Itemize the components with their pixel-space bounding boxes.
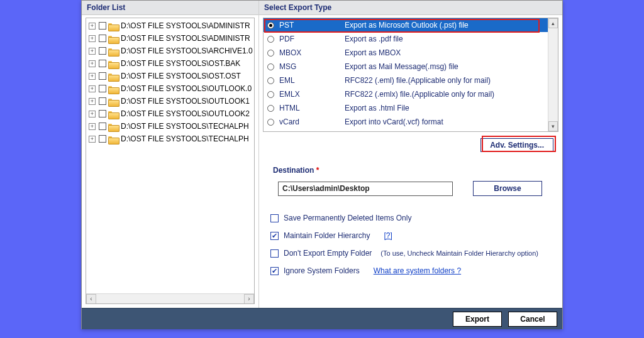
folder-checkbox[interactable] [99,85,106,92]
expand-icon[interactable]: + [89,35,96,42]
export-format-row[interactable]: MSGExport as Mail Message(.msg) file [264,60,548,74]
folder-tree-item[interactable]: +D:\OST FILE SYSTOOLS\ADMINISTR [86,32,254,45]
folder-tree-item[interactable]: +D:\OST FILE SYSTOOLS\OUTLOOK1 [86,95,254,107]
export-format-radio[interactable] [267,77,274,84]
checkbox-ignore-system[interactable] [270,267,279,275]
folder-path: D:\OST FILE SYSTOOLS\OUTLOOK.0 [121,84,252,93]
export-format-row[interactable]: PSTExport as Microsoft Outlook (.pst) fi… [264,18,548,32]
folder-icon [108,72,118,80]
folder-tree-item[interactable]: +D:\OST FILE SYSTOOLS\ARCHIVE1.0 [86,45,254,57]
folder-checkbox[interactable] [99,135,106,143]
advanced-settings-button[interactable]: Adv. Settings... [480,138,553,152]
folder-tree-item[interactable]: +D:\OST FILE SYSTOOLS\OUTLOOK2 [86,107,254,120]
scroll-left-icon[interactable]: ‹ [86,294,96,304]
export-format-name: PST [279,21,345,30]
folder-tree-hscrollbar[interactable]: ‹ › [86,293,254,303]
label-maintain-hierarchy: Maintain Folder Hierarchy [284,231,370,240]
link-system-folders-help[interactable]: What are system folders ? [374,266,461,275]
folder-checkbox[interactable] [99,22,106,30]
folder-tree[interactable]: +D:\OST FILE SYSTOOLS\ADMINISTR+D:\OST F… [86,18,255,304]
destination-input[interactable] [278,182,453,196]
export-format-name: vCard [279,117,345,126]
browse-button[interactable]: Browse [473,181,542,196]
folder-path: D:\OST FILE SYSTOOLS\OST.BAK [121,59,240,68]
link-hierarchy-help[interactable]: [?] [384,231,392,240]
export-format-radio[interactable] [267,63,274,70]
scroll-up-icon[interactable]: ▴ [548,18,558,28]
checkbox-no-empty[interactable] [270,249,279,258]
expand-icon[interactable]: + [89,48,96,55]
export-format-row[interactable]: vCardExport into vCard(.vcf) format [264,115,548,129]
checkbox-save-deleted[interactable] [270,214,279,222]
hint-no-empty: (To use, Uncheck Maintain Folder Hierarc… [380,249,538,257]
folder-icon [108,35,118,43]
export-format-desc: Export as Mail Message(.msg) file [345,62,548,71]
expand-icon[interactable]: + [89,60,96,67]
folder-icon [108,60,118,68]
folder-icon [108,110,118,118]
folder-path: D:\OST FILE SYSTOOLS\TECHALPH [121,134,249,143]
expand-icon[interactable]: + [89,123,96,130]
folder-icon [108,123,118,131]
export-format-name: PDF [279,35,345,43]
folder-list-panel: Folder List +D:\OST FILE SYSTOOLS\ADMINI… [82,1,259,308]
export-dialog: Folder List +D:\OST FILE SYSTOOLS\ADMINI… [81,0,563,329]
export-button[interactable]: Export [453,312,502,327]
export-format-desc: Export as Microsoft Outlook (.pst) file [345,21,548,30]
export-options: Save Permanently Deleted Items Only Main… [270,214,562,275]
export-format-desc: Export as .pdf file [345,35,548,43]
export-type-panel: Select Export Type PSTExport as Microsof… [259,1,562,308]
export-format-radio[interactable] [267,36,274,43]
folder-checkbox[interactable] [99,60,106,67]
folder-list-header: Folder List [82,1,258,15]
checkbox-maintain-hierarchy[interactable] [270,232,279,240]
export-format-desc: Export as MBOX [345,48,548,57]
scroll-right-icon[interactable]: › [244,294,254,304]
export-format-name: EMLX [279,90,345,99]
expand-icon[interactable]: + [89,85,96,92]
folder-checkbox[interactable] [99,72,106,80]
expand-icon[interactable]: + [89,98,96,105]
export-format-radio[interactable] [267,22,274,29]
destination-label: Destination * [273,166,562,175]
scroll-down-icon[interactable]: ▾ [548,121,558,131]
folder-checkbox[interactable] [99,35,106,42]
folder-tree-item[interactable]: +D:\OST FILE SYSTOOLS\ADMINISTR [86,19,254,32]
dialog-footer: Export Cancel [82,308,562,329]
folder-tree-item[interactable]: +D:\OST FILE SYSTOOLS\OUTLOOK.0 [86,82,254,95]
folder-tree-item[interactable]: +D:\OST FILE SYSTOOLS\TECHALPH [86,133,254,145]
folder-tree-item[interactable]: +D:\OST FILE SYSTOOLS\OST.BAK [86,57,254,70]
expand-icon[interactable]: + [89,136,96,143]
folder-path: D:\OST FILE SYSTOOLS\ADMINISTR [121,34,250,43]
cancel-button[interactable]: Cancel [508,312,557,327]
expand-icon[interactable]: + [89,111,96,117]
folder-checkbox[interactable] [99,47,106,55]
export-format-row[interactable]: EMLRFC822 (.eml) file.(Applicable only f… [264,74,548,87]
export-format-list[interactable]: PSTExport as Microsoft Outlook (.pst) fi… [263,18,558,132]
export-type-header: Select Export Type [259,1,562,15]
folder-icon [108,47,118,55]
export-format-desc: Export as .html File [345,104,548,112]
folder-path: D:\OST FILE SYSTOOLS\OUTLOOK1 [121,97,250,106]
folder-checkbox[interactable] [99,97,106,105]
folder-checkbox[interactable] [99,110,106,117]
folder-path: D:\OST FILE SYSTOOLS\TECHALPH [121,122,249,131]
export-format-radio[interactable] [267,50,274,57]
export-format-name: EML [279,76,345,85]
folder-tree-item[interactable]: +D:\OST FILE SYSTOOLS\TECHALPH [86,120,254,133]
folder-checkbox[interactable] [99,123,106,130]
export-format-name: HTML [279,104,345,112]
folder-icon [108,135,118,143]
folder-path: D:\OST FILE SYSTOOLS\ADMINISTR [121,21,250,30]
export-format-row[interactable]: HTMLExport as .html File [264,101,548,115]
folder-tree-item[interactable]: +D:\OST FILE SYSTOOLS\OST.OST [86,70,254,82]
export-format-row[interactable]: MBOXExport as MBOX [264,46,548,60]
export-format-row[interactable]: EMLXRFC822 (.emlx) file.(Applicable only… [264,87,548,101]
expand-icon[interactable]: + [89,23,96,30]
export-format-radio[interactable] [267,119,274,126]
export-list-vscrollbar[interactable]: ▴ ▾ [548,18,558,131]
export-format-row[interactable]: PDFExport as .pdf file [264,32,548,46]
export-format-radio[interactable] [267,91,274,98]
expand-icon[interactable]: + [89,73,96,80]
export-format-radio[interactable] [267,105,274,112]
